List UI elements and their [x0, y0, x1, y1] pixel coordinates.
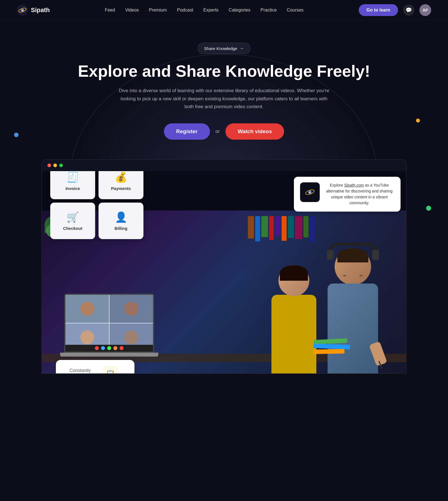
browser-titlebar [42, 160, 406, 171]
billing-label: Billing [115, 226, 127, 231]
share-badge[interactable]: Share Knowledge → [198, 43, 250, 54]
second-child-body [271, 295, 316, 373]
payments-icon: 💰 [115, 171, 127, 183]
notebooks [314, 339, 350, 354]
child-with-headphones [328, 248, 378, 373]
child-body [328, 284, 378, 373]
register-button[interactable]: Register [164, 123, 210, 140]
dot-orange [416, 119, 420, 123]
child-head [335, 248, 371, 285]
checkout-icon: 🛒 [67, 211, 79, 223]
nav-premium[interactable]: Premium [149, 8, 167, 12]
browser-content: 🧾 Invoice 💰 Payments 🛒 Checkout 👤 Billin… [42, 171, 406, 373]
goto-learn-button[interactable]: Go to learn [359, 4, 398, 16]
nav-practice[interactable]: Practice [260, 8, 277, 12]
nav-experts[interactable]: Experts [203, 8, 218, 12]
nav-right: Go to learn 💬 AF [359, 4, 431, 16]
hero-title: Explore and Share Knowledge Freely! [17, 62, 431, 81]
notebook-blue [314, 344, 350, 350]
payments-label: Payments [111, 186, 131, 191]
nav-courses[interactable]: Courses [287, 8, 304, 12]
share-badge-label: Share Knowledge [204, 46, 237, 51]
info-box: 28 Explore Sipath.com as a YouTube alter… [294, 177, 401, 212]
bottom-card-text: ConstantlyUploading Videos [63, 368, 98, 373]
card-invoice: 🧾 Invoice [50, 171, 95, 199]
video-toolbar [65, 345, 153, 352]
headphone-right [372, 250, 379, 260]
card-payments: 💰 Payments [99, 171, 143, 199]
billing-icon: 👤 [115, 211, 127, 223]
svg-text:28: 28 [308, 192, 311, 194]
headphone-left [327, 250, 333, 260]
sipath-link[interactable]: Sipath.com [344, 183, 364, 187]
second-child-head [278, 265, 309, 296]
invoice-icon: 🧾 [67, 171, 79, 183]
video-call [65, 295, 153, 352]
logo-text: Sipath [31, 6, 50, 14]
hero-subtitle: Dive into a diverse world of learning wi… [117, 87, 331, 111]
notebook-orange [314, 349, 344, 354]
feature-cards: 🧾 Invoice 💰 Payments 🛒 Checkout 👤 Billin… [50, 171, 143, 239]
svg-text:28: 28 [21, 9, 24, 12]
logo[interactable]: 28 Sipath [17, 4, 50, 16]
vid-btn-green [107, 346, 111, 350]
bookshelf-decor [248, 216, 401, 242]
or-label: or [216, 129, 220, 134]
browser-dot-close [47, 164, 51, 167]
bottom-card-icon-wrap: 📋 [103, 366, 118, 373]
chat-icon-symbol: 💬 [406, 7, 412, 13]
video-cell-1 [65, 295, 109, 323]
browser-dot-minimize [53, 164, 57, 167]
bottom-card-icon: 📋 [106, 369, 115, 374]
nav-videos[interactable]: Videos [125, 8, 139, 12]
laptop [64, 294, 158, 357]
avatar[interactable]: AF [419, 4, 431, 16]
browser-mockup: 🧾 Invoice 💰 Payments 🛒 Checkout 👤 Billin… [42, 159, 406, 374]
nav-podcast[interactable]: Podcast [177, 8, 193, 12]
second-child [271, 265, 316, 373]
nav-links: Feed Videos Premium Podcast Experts Cate… [105, 8, 303, 13]
info-logo: 28 [300, 182, 320, 202]
laptop-screen [64, 294, 154, 353]
info-description: Explore Sipath.com as a YouTube alternat… [324, 182, 394, 206]
headphones [329, 243, 377, 251]
share-badge-arrow: → [239, 46, 244, 51]
dot-green [426, 206, 431, 211]
card-billing: 👤 Billing [99, 203, 143, 239]
vid-btn-red2 [120, 346, 124, 350]
nav-feed[interactable]: Feed [105, 8, 115, 12]
video-cell-2 [109, 295, 153, 323]
invoice-label: Invoice [65, 186, 80, 191]
chat-icon[interactable]: 💬 [403, 4, 414, 16]
vid-btn-red [95, 346, 99, 350]
card-checkout: 🛒 Checkout [50, 203, 95, 239]
hero-section: Share Knowledge → Explore and Share Know… [0, 20, 448, 374]
checkout-label: Checkout [63, 226, 82, 231]
laptop-base [60, 353, 158, 357]
navbar: 28 Sipath Feed Videos Premium Podcast Ex… [0, 0, 448, 20]
browser-frame: 🧾 Invoice 💰 Payments 🛒 Checkout 👤 Billin… [42, 159, 406, 374]
watch-videos-button[interactable]: Watch videos [225, 123, 284, 140]
browser-dot-maximize [59, 164, 63, 167]
vid-btn-orange [113, 346, 117, 350]
nav-categories[interactable]: Categories [229, 8, 250, 12]
vid-btn-blue [101, 346, 105, 350]
hero-cta: Register or Watch videos [17, 123, 431, 140]
bottom-card: ConstantlyUploading Videos 📋 [56, 360, 134, 373]
